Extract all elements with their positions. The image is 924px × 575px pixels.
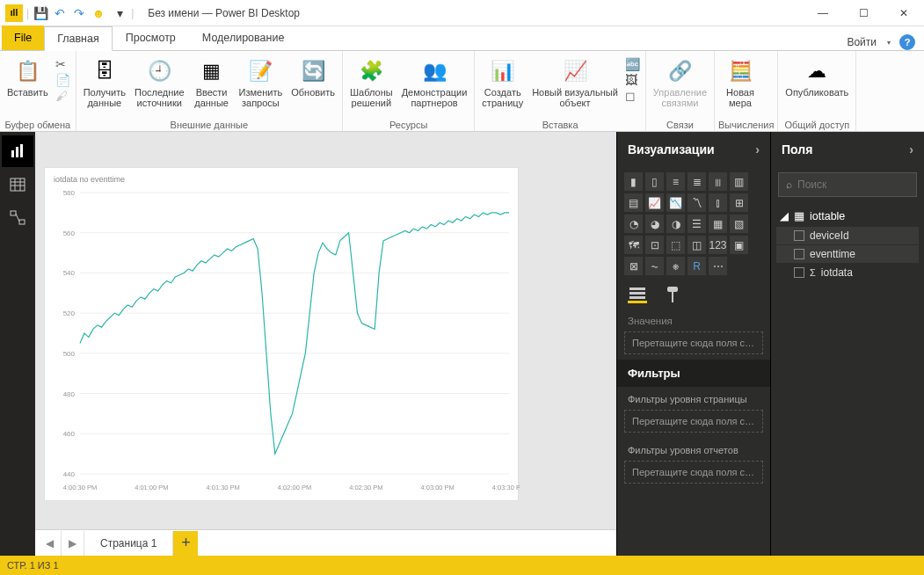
paste-icon: 📋 xyxy=(13,57,41,85)
fields-search-input[interactable] xyxy=(797,178,924,191)
svg-rect-1 xyxy=(16,147,18,157)
field-deviceid[interactable]: deviceId xyxy=(776,227,919,244)
report-view-button[interactable] xyxy=(2,135,33,167)
vbar: | xyxy=(26,7,29,19)
viz-type-3[interactable]: ≣ xyxy=(688,172,706,191)
viz-type-6[interactable]: ▤ xyxy=(624,193,643,212)
recent-sources-icon: 🕘 xyxy=(145,57,173,85)
checkbox[interactable] xyxy=(794,249,804,259)
smiley-icon[interactable]: ☻ xyxy=(91,5,106,21)
format-subtab[interactable] xyxy=(663,286,682,303)
help-icon[interactable]: ? xyxy=(899,34,915,50)
viz-type-12[interactable]: ◔ xyxy=(624,215,643,233)
close-button[interactable]: ✕ xyxy=(884,0,924,26)
viz-type-23[interactable]: ▣ xyxy=(730,236,748,254)
viz-type-16[interactable]: ▦ xyxy=(709,215,727,233)
svg-rect-3 xyxy=(11,178,25,191)
solution-templates-button[interactable]: 🧩Шаблоны решений xyxy=(346,55,397,110)
viz-type-25[interactable]: ⏦ xyxy=(645,257,664,275)
enter-data-button[interactable]: ▦Ввести данные xyxy=(190,55,234,110)
field-iotdata[interactable]: Σiotdata xyxy=(776,264,919,281)
viz-type-17[interactable]: ▧ xyxy=(730,215,748,233)
report-canvas[interactable]: iotdata по eventtime 4404604805005205405… xyxy=(35,132,616,529)
add-page-button[interactable]: + xyxy=(173,531,198,556)
home-tab[interactable]: Главная xyxy=(44,26,113,51)
viz-type-28[interactable]: ⋯ xyxy=(709,257,727,275)
next-page-button[interactable]: ▶ xyxy=(62,531,84,556)
viz-type-9[interactable]: 〽 xyxy=(688,193,706,212)
viz-type-19[interactable]: ⊡ xyxy=(645,236,664,254)
viz-type-0[interactable]: ▮ xyxy=(624,172,643,191)
partner-demos-button[interactable]: 👥Демонстрации партнеров xyxy=(398,55,471,110)
text-box-icon[interactable]: 🔤 xyxy=(625,57,640,71)
line-chart-visual[interactable]: iotdata по eventtime 4404604805005205405… xyxy=(44,167,519,501)
edit-queries-button[interactable]: 📝Изменить запросы xyxy=(236,55,287,110)
save-icon[interactable]: 💾 xyxy=(33,5,48,21)
viz-type-10[interactable]: ⫿ xyxy=(709,193,727,212)
relationships-group-label: Связи xyxy=(650,118,710,130)
partner-icon: 👥 xyxy=(420,57,448,85)
new-measure-button[interactable]: 🧮Новая мера xyxy=(718,55,762,110)
values-dropzone[interactable]: Перетащите сюда поля с д... xyxy=(624,331,763,354)
viz-type-26[interactable]: ⎈ xyxy=(666,257,685,275)
undo-icon[interactable]: ↶ xyxy=(52,5,68,21)
fields-search[interactable]: ⌕ xyxy=(778,172,917,197)
viz-type-22[interactable]: 123 xyxy=(709,236,727,254)
svg-text:4:02:30 PM: 4:02:30 PM xyxy=(349,484,382,491)
table-icon: ▦ xyxy=(794,209,804,222)
visualizations-header[interactable]: Визуализации › xyxy=(617,132,770,167)
share-group-label: Общий доступ xyxy=(782,118,852,130)
dropdown-icon[interactable]: ▾ xyxy=(887,39,891,47)
viz-type-4[interactable]: ⫼ xyxy=(709,172,727,191)
cut-icon[interactable]: ✂ xyxy=(55,57,70,71)
field-eventtime[interactable]: eventtime xyxy=(776,245,919,263)
image-icon[interactable]: 🖼 xyxy=(625,73,640,87)
viz-type-18[interactable]: 🗺 xyxy=(624,236,643,254)
publish-button[interactable]: ☁Опубликовать xyxy=(782,55,852,99)
viz-type-2[interactable]: ≡ xyxy=(666,172,685,191)
file-tab[interactable]: File xyxy=(2,25,44,50)
copy-icon[interactable]: 📄 xyxy=(55,73,70,87)
new-visual-button[interactable]: 📈Новый визуальный объект xyxy=(528,55,622,110)
report-filters-dropzone[interactable]: Перетащите сюда поля с ... xyxy=(624,461,763,484)
ribbon-tabs: File Главная Просмотр Моделирование Войт… xyxy=(0,26,924,51)
checkbox[interactable] xyxy=(794,267,804,278)
viz-type-20[interactable]: ⬚ xyxy=(666,236,685,254)
get-data-button[interactable]: 🗄Получить данные xyxy=(80,55,129,110)
new-page-icon: 📊 xyxy=(489,57,517,85)
recent-sources-button[interactable]: 🕘Последние источники xyxy=(131,55,188,110)
viz-type-24[interactable]: ⊠ xyxy=(624,257,643,275)
viz-type-5[interactable]: ▥ xyxy=(730,172,748,191)
view-tab[interactable]: Просмотр xyxy=(113,25,189,50)
fields-header[interactable]: Поля › xyxy=(771,132,924,167)
fields-subtab[interactable] xyxy=(628,286,647,303)
modeling-tab[interactable]: Моделирование xyxy=(189,25,298,50)
viz-type-11[interactable]: ⊞ xyxy=(730,193,748,212)
new-page-button[interactable]: 📊Создать страницу xyxy=(478,55,527,110)
table-header[interactable]: ◢ ▦ iottable xyxy=(775,206,920,226)
viz-type-15[interactable]: ☰ xyxy=(688,215,706,233)
paste-button[interactable]: 📋 Вставить xyxy=(4,55,52,99)
viz-type-1[interactable]: ▯ xyxy=(645,172,664,191)
redo-icon[interactable]: ↷ xyxy=(71,5,87,21)
viz-type-14[interactable]: ◑ xyxy=(666,215,685,233)
qat-dropdown-icon[interactable]: ▾ xyxy=(112,5,127,21)
page-tab-1[interactable]: Страница 1 xyxy=(84,531,173,556)
shapes-icon[interactable]: ◻ xyxy=(625,89,640,103)
checkbox[interactable] xyxy=(794,230,804,241)
prev-page-button[interactable]: ◀ xyxy=(39,531,62,556)
signin-link[interactable]: Войти xyxy=(847,36,877,48)
maximize-button[interactable]: ☐ xyxy=(843,0,884,26)
viz-type-21[interactable]: ◫ xyxy=(688,236,706,254)
data-view-button[interactable] xyxy=(2,169,33,200)
refresh-button[interactable]: 🔄Обновить xyxy=(287,55,338,99)
minimize-button[interactable]: — xyxy=(803,0,843,26)
format-painter-icon[interactable]: 🖌 xyxy=(55,89,70,103)
viz-type-8[interactable]: 📉 xyxy=(666,193,685,212)
viz-type-13[interactable]: ◕ xyxy=(645,215,664,233)
model-view-button[interactable] xyxy=(2,202,33,234)
svg-text:4:00:30 PM: 4:00:30 PM xyxy=(63,484,97,491)
viz-type-7[interactable]: 📈 xyxy=(645,193,664,212)
page-filters-dropzone[interactable]: Перетащите сюда поля с ... xyxy=(624,410,763,433)
viz-type-27[interactable]: R xyxy=(688,257,706,275)
